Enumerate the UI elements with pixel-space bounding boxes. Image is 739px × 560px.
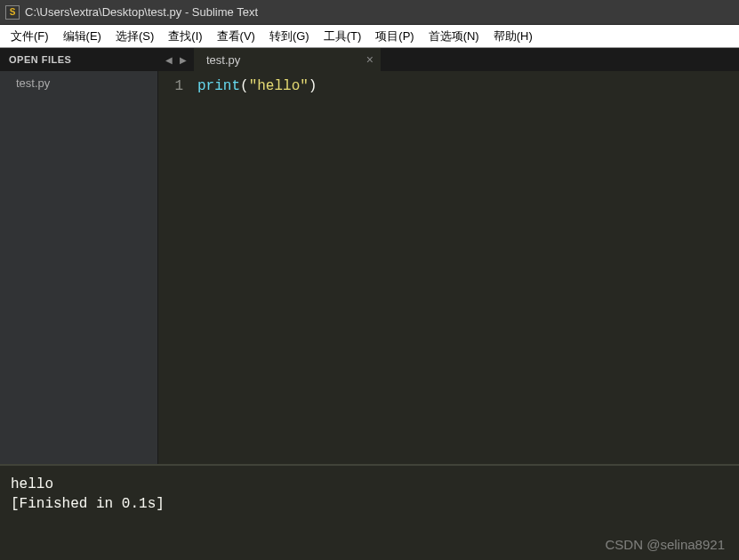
menu-goto[interactable]: 转到(G) [262,26,317,47]
menu-project[interactable]: 项目(P) [368,26,421,47]
console-status-line: [Finished in 0.1s] [11,496,165,512]
tab-nav-arrows: ◀ ▶ [158,48,194,71]
menu-tools[interactable]: 工具(T) [317,26,369,47]
tab-next-icon[interactable]: ▶ [178,55,189,65]
sidebar: OPEN FILES test.py [0,48,158,464]
tabbar: ◀ ▶ test.py × [158,48,739,71]
editor-panel: ◀ ▶ test.py × 1 print("hello") [158,48,739,464]
menu-view[interactable]: 查看(V) [210,26,262,47]
tab-close-icon[interactable]: × [366,53,374,66]
watermark: CSDN @selina8921 [606,535,725,555]
build-output-panel[interactable]: hello [Finished in 0.1s] CSDN @selina892… [0,464,739,560]
app-icon: S [5,5,20,20]
window-title: C:\Users\extra\Desktop\test.py - Sublime… [25,5,258,19]
menu-select[interactable]: 选择(S) [108,26,161,47]
code-token: "hello" [249,78,309,94]
tab-test-py[interactable]: test.py × [194,48,381,71]
workspace: OPEN FILES test.py ◀ ▶ test.py × 1 print… [0,48,739,464]
editor-area[interactable]: 1 print("hello") [158,71,739,464]
menu-find[interactable]: 查找(I) [161,26,209,47]
tab-label: test.py [206,53,240,67]
sidebar-file-item[interactable]: test.py [0,71,157,95]
tab-prev-icon[interactable]: ◀ [164,55,174,65]
menu-preferences[interactable]: 首选项(N) [422,26,486,47]
code-content[interactable]: print("hello") [190,71,739,464]
menu-help[interactable]: 帮助(H) [486,26,540,47]
code-token: ) [309,78,317,94]
line-gutter: 1 [158,71,190,464]
menu-edit[interactable]: 编辑(E) [56,26,108,47]
menubar: 文件(F) 编辑(E) 选择(S) 查找(I) 查看(V) 转到(G) 工具(T… [0,25,739,48]
console-output-line: hello [11,476,53,492]
menu-file[interactable]: 文件(F) [4,26,56,47]
code-token: ( [240,78,249,94]
line-number: 1 [158,76,183,96]
titlebar: S C:\Users\extra\Desktop\test.py - Subli… [0,0,739,25]
code-token: print [197,78,240,94]
sidebar-header: OPEN FILES [0,48,157,71]
